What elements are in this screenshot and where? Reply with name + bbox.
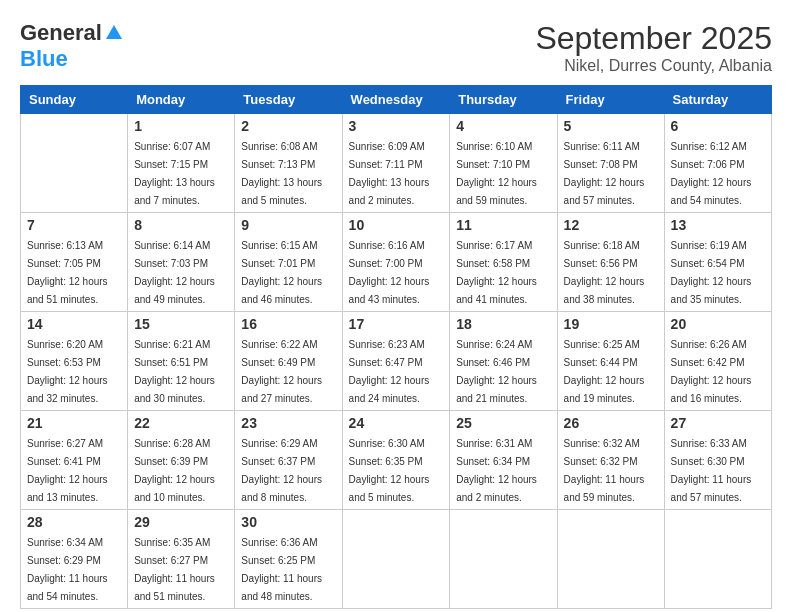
calendar-cell: 22 Sunrise: 6:28 AMSunset: 6:39 PMDaylig…	[128, 411, 235, 510]
day-number: 24	[349, 415, 444, 431]
day-info: Sunrise: 6:33 AMSunset: 6:30 PMDaylight:…	[671, 438, 752, 503]
calendar-cell: 15 Sunrise: 6:21 AMSunset: 6:51 PMDaylig…	[128, 312, 235, 411]
calendar-cell: 21 Sunrise: 6:27 AMSunset: 6:41 PMDaylig…	[21, 411, 128, 510]
day-info: Sunrise: 6:34 AMSunset: 6:29 PMDaylight:…	[27, 537, 108, 602]
svg-marker-0	[106, 25, 122, 39]
calendar-week-row: 28 Sunrise: 6:34 AMSunset: 6:29 PMDaylig…	[21, 510, 772, 609]
day-info: Sunrise: 6:20 AMSunset: 6:53 PMDaylight:…	[27, 339, 108, 404]
day-info: Sunrise: 6:17 AMSunset: 6:58 PMDaylight:…	[456, 240, 537, 305]
logo-icon	[104, 23, 124, 43]
day-info: Sunrise: 6:14 AMSunset: 7:03 PMDaylight:…	[134, 240, 215, 305]
day-info: Sunrise: 6:28 AMSunset: 6:39 PMDaylight:…	[134, 438, 215, 503]
calendar-cell: 3 Sunrise: 6:09 AMSunset: 7:11 PMDayligh…	[342, 114, 450, 213]
calendar-cell	[450, 510, 557, 609]
day-number: 16	[241, 316, 335, 332]
day-number: 27	[671, 415, 765, 431]
column-header-wednesday: Wednesday	[342, 86, 450, 114]
day-info: Sunrise: 6:08 AMSunset: 7:13 PMDaylight:…	[241, 141, 322, 206]
day-number: 30	[241, 514, 335, 530]
day-info: Sunrise: 6:31 AMSunset: 6:34 PMDaylight:…	[456, 438, 537, 503]
day-number: 15	[134, 316, 228, 332]
day-info: Sunrise: 6:35 AMSunset: 6:27 PMDaylight:…	[134, 537, 215, 602]
day-number: 18	[456, 316, 550, 332]
calendar-cell	[664, 510, 771, 609]
day-info: Sunrise: 6:12 AMSunset: 7:06 PMDaylight:…	[671, 141, 752, 206]
day-number: 1	[134, 118, 228, 134]
calendar-cell: 13 Sunrise: 6:19 AMSunset: 6:54 PMDaylig…	[664, 213, 771, 312]
calendar-cell: 17 Sunrise: 6:23 AMSunset: 6:47 PMDaylig…	[342, 312, 450, 411]
logo-blue-text: Blue	[20, 46, 68, 72]
calendar-cell: 20 Sunrise: 6:26 AMSunset: 6:42 PMDaylig…	[664, 312, 771, 411]
calendar-cell: 16 Sunrise: 6:22 AMSunset: 6:49 PMDaylig…	[235, 312, 342, 411]
day-number: 9	[241, 217, 335, 233]
day-number: 19	[564, 316, 658, 332]
day-number: 20	[671, 316, 765, 332]
calendar-cell: 12 Sunrise: 6:18 AMSunset: 6:56 PMDaylig…	[557, 213, 664, 312]
calendar-cell: 24 Sunrise: 6:30 AMSunset: 6:35 PMDaylig…	[342, 411, 450, 510]
day-number: 17	[349, 316, 444, 332]
day-info: Sunrise: 6:07 AMSunset: 7:15 PMDaylight:…	[134, 141, 215, 206]
day-number: 3	[349, 118, 444, 134]
column-header-sunday: Sunday	[21, 86, 128, 114]
logo-general-text: General	[20, 20, 102, 46]
calendar-week-row: 1 Sunrise: 6:07 AMSunset: 7:15 PMDayligh…	[21, 114, 772, 213]
calendar-cell: 27 Sunrise: 6:33 AMSunset: 6:30 PMDaylig…	[664, 411, 771, 510]
day-number: 10	[349, 217, 444, 233]
day-number: 25	[456, 415, 550, 431]
day-info: Sunrise: 6:11 AMSunset: 7:08 PMDaylight:…	[564, 141, 645, 206]
column-header-tuesday: Tuesday	[235, 86, 342, 114]
day-info: Sunrise: 6:13 AMSunset: 7:05 PMDaylight:…	[27, 240, 108, 305]
day-info: Sunrise: 6:18 AMSunset: 6:56 PMDaylight:…	[564, 240, 645, 305]
calendar-cell: 23 Sunrise: 6:29 AMSunset: 6:37 PMDaylig…	[235, 411, 342, 510]
calendar-cell: 29 Sunrise: 6:35 AMSunset: 6:27 PMDaylig…	[128, 510, 235, 609]
day-info: Sunrise: 6:30 AMSunset: 6:35 PMDaylight:…	[349, 438, 430, 503]
calendar-cell: 5 Sunrise: 6:11 AMSunset: 7:08 PMDayligh…	[557, 114, 664, 213]
day-number: 2	[241, 118, 335, 134]
calendar-cell	[557, 510, 664, 609]
calendar-table: SundayMondayTuesdayWednesdayThursdayFrid…	[20, 85, 772, 609]
day-number: 23	[241, 415, 335, 431]
calendar-week-row: 7 Sunrise: 6:13 AMSunset: 7:05 PMDayligh…	[21, 213, 772, 312]
location-subtitle: Nikel, Durres County, Albania	[535, 57, 772, 75]
day-number: 21	[27, 415, 121, 431]
day-info: Sunrise: 6:26 AMSunset: 6:42 PMDaylight:…	[671, 339, 752, 404]
day-number: 26	[564, 415, 658, 431]
day-info: Sunrise: 6:16 AMSunset: 7:00 PMDaylight:…	[349, 240, 430, 305]
day-number: 12	[564, 217, 658, 233]
day-info: Sunrise: 6:19 AMSunset: 6:54 PMDaylight:…	[671, 240, 752, 305]
day-number: 5	[564, 118, 658, 134]
day-info: Sunrise: 6:21 AMSunset: 6:51 PMDaylight:…	[134, 339, 215, 404]
calendar-cell: 19 Sunrise: 6:25 AMSunset: 6:44 PMDaylig…	[557, 312, 664, 411]
day-info: Sunrise: 6:22 AMSunset: 6:49 PMDaylight:…	[241, 339, 322, 404]
calendar-cell: 11 Sunrise: 6:17 AMSunset: 6:58 PMDaylig…	[450, 213, 557, 312]
calendar-cell: 4 Sunrise: 6:10 AMSunset: 7:10 PMDayligh…	[450, 114, 557, 213]
calendar-cell: 6 Sunrise: 6:12 AMSunset: 7:06 PMDayligh…	[664, 114, 771, 213]
page-header: General Blue September 2025 Nikel, Durre…	[20, 20, 772, 75]
day-info: Sunrise: 6:25 AMSunset: 6:44 PMDaylight:…	[564, 339, 645, 404]
calendar-cell: 30 Sunrise: 6:36 AMSunset: 6:25 PMDaylig…	[235, 510, 342, 609]
column-header-thursday: Thursday	[450, 86, 557, 114]
calendar-week-row: 14 Sunrise: 6:20 AMSunset: 6:53 PMDaylig…	[21, 312, 772, 411]
logo: General Blue	[20, 20, 124, 72]
month-year-title: September 2025	[535, 20, 772, 57]
day-info: Sunrise: 6:09 AMSunset: 7:11 PMDaylight:…	[349, 141, 430, 206]
calendar-cell: 8 Sunrise: 6:14 AMSunset: 7:03 PMDayligh…	[128, 213, 235, 312]
day-number: 4	[456, 118, 550, 134]
calendar-week-row: 21 Sunrise: 6:27 AMSunset: 6:41 PMDaylig…	[21, 411, 772, 510]
calendar-cell: 26 Sunrise: 6:32 AMSunset: 6:32 PMDaylig…	[557, 411, 664, 510]
day-number: 14	[27, 316, 121, 332]
day-number: 28	[27, 514, 121, 530]
day-number: 11	[456, 217, 550, 233]
day-info: Sunrise: 6:32 AMSunset: 6:32 PMDaylight:…	[564, 438, 645, 503]
day-info: Sunrise: 6:36 AMSunset: 6:25 PMDaylight:…	[241, 537, 322, 602]
column-header-friday: Friday	[557, 86, 664, 114]
day-info: Sunrise: 6:24 AMSunset: 6:46 PMDaylight:…	[456, 339, 537, 404]
day-number: 22	[134, 415, 228, 431]
calendar-cell: 14 Sunrise: 6:20 AMSunset: 6:53 PMDaylig…	[21, 312, 128, 411]
calendar-cell: 25 Sunrise: 6:31 AMSunset: 6:34 PMDaylig…	[450, 411, 557, 510]
title-section: September 2025 Nikel, Durres County, Alb…	[535, 20, 772, 75]
calendar-cell: 2 Sunrise: 6:08 AMSunset: 7:13 PMDayligh…	[235, 114, 342, 213]
calendar-cell: 9 Sunrise: 6:15 AMSunset: 7:01 PMDayligh…	[235, 213, 342, 312]
day-number: 8	[134, 217, 228, 233]
day-info: Sunrise: 6:27 AMSunset: 6:41 PMDaylight:…	[27, 438, 108, 503]
